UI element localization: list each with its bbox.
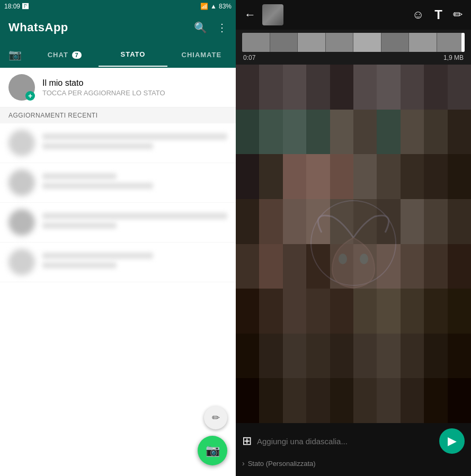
media-preview <box>236 65 471 423</box>
pixel-cell <box>330 334 353 379</box>
pixel-cell <box>283 110 306 155</box>
caption-input[interactable] <box>257 437 434 446</box>
status-bar-right: 📶 ▲ 83% <box>200 3 232 10</box>
search-icon[interactable]: 🔍 <box>194 21 207 34</box>
blurred-info <box>42 173 227 192</box>
draw-icon[interactable]: ✏ <box>453 8 463 22</box>
send-button[interactable]: ▶ <box>439 428 465 454</box>
pixel-cell <box>377 334 400 379</box>
chat-badge: 7 <box>72 51 81 59</box>
pixel-cell <box>236 110 259 155</box>
time: 18:09 <box>4 3 20 10</box>
list-item[interactable] <box>0 243 236 282</box>
carrier-icon: 🅿 <box>22 3 29 10</box>
media-header: ← ☺ T ✏ <box>236 0 471 30</box>
pixel-cell <box>283 334 306 379</box>
pixel-cell <box>236 244 259 289</box>
app-title: WhatsApp <box>8 21 68 34</box>
blurred-name <box>42 173 117 179</box>
pixel-cell <box>236 65 259 110</box>
pixel-cell <box>259 154 282 199</box>
pixel-cell <box>424 244 447 289</box>
pixel-cell <box>401 378 424 423</box>
timeline-segment <box>242 33 270 52</box>
my-avatar-container: + <box>8 74 35 101</box>
status-bar: 18:09 🅿 📶 ▲ 83% <box>0 0 236 13</box>
back-button[interactable]: ← <box>244 8 256 22</box>
section-header: AGGIORNAMENTI RECENTI <box>0 107 236 123</box>
my-status-info: Il mio stato TOCCA PER AGGIORNARE LO STA… <box>42 78 165 97</box>
timeline-segment <box>353 33 381 52</box>
list-item[interactable] <box>0 203 236 243</box>
pixel-cell <box>353 110 377 155</box>
pixel-cell <box>377 110 400 155</box>
status-label: Stato (Personalizzata) <box>248 460 316 468</box>
pixel-cell <box>448 378 471 423</box>
pixel-cell <box>306 65 330 110</box>
timeline-start: 0:07 <box>243 54 255 61</box>
pixel-cell <box>306 378 330 423</box>
pixel-cell <box>424 378 447 423</box>
camera-fab[interactable]: 📷 <box>198 436 227 465</box>
timeline-segment <box>270 33 298 52</box>
pixel-cell <box>236 199 259 244</box>
emoji-icon[interactable]: ☺ <box>412 8 424 22</box>
avatar <box>8 130 35 156</box>
fab-area: ✏ 📷 <box>198 406 227 465</box>
pixel-cell <box>259 289 282 334</box>
blurred-info <box>42 253 227 272</box>
add-media-button[interactable]: ⊞ <box>242 434 252 448</box>
list-item[interactable] <box>0 163 236 203</box>
media-header-left: ← <box>244 4 283 25</box>
timeline-labels: 0:07 1,9 MB <box>242 54 465 61</box>
pixel-cell <box>448 289 471 334</box>
timeline-segments <box>242 33 465 52</box>
text-icon[interactable]: T <box>434 7 442 22</box>
pixel-cell <box>424 110 447 155</box>
send-icon: ▶ <box>448 434 457 448</box>
timeline-segment <box>437 33 465 52</box>
more-icon[interactable]: ⋮ <box>217 21 227 34</box>
pixel-cell <box>401 65 424 110</box>
pixel-cell <box>424 154 447 199</box>
blurred-time <box>42 222 117 229</box>
timeline-bar[interactable] <box>242 33 465 52</box>
pixel-cell <box>330 65 353 110</box>
pixel-cell <box>377 65 400 110</box>
app-header: WhatsApp 🔍 ⋮ <box>0 13 236 42</box>
pixel-cell <box>401 334 424 379</box>
status-row-bottom[interactable]: › Stato (Personalizzata) <box>242 458 465 471</box>
pencil-fab[interactable]: ✏ <box>204 406 227 429</box>
pixel-cell <box>259 65 282 110</box>
tabs: 📷 CHAT 7 STATO CHIAMATE <box>0 42 236 68</box>
pixel-cell <box>330 378 353 423</box>
pixel-cell <box>306 334 330 379</box>
header-icons: 🔍 ⋮ <box>194 21 227 34</box>
timeline-segment <box>326 33 354 52</box>
pixel-cell <box>424 199 447 244</box>
blurred-info <box>42 213 227 232</box>
timeline-handle[interactable] <box>461 33 465 52</box>
pixel-cell <box>236 334 259 379</box>
status-bar-left: 18:09 🅿 <box>4 3 29 10</box>
tab-stato[interactable]: STATO <box>99 43 167 67</box>
avatar <box>8 249 35 275</box>
chevron-right-icon: › <box>242 459 245 468</box>
pixel-cell <box>236 289 259 334</box>
pixel-cell <box>448 244 471 289</box>
pixel-cell <box>236 378 259 423</box>
blurred-time <box>42 143 153 149</box>
tab-chiamate[interactable]: CHIAMATE <box>167 43 236 66</box>
pixel-cell <box>306 110 330 155</box>
watermark <box>300 190 406 298</box>
pixel-cell <box>259 334 282 379</box>
tab-chat[interactable]: CHAT 7 <box>30 43 99 66</box>
pixel-cell <box>236 154 259 199</box>
pixel-cell <box>448 65 471 110</box>
list-item[interactable] <box>0 123 236 163</box>
my-status-row[interactable]: + Il mio stato TOCCA PER AGGIORNARE LO S… <box>0 68 236 107</box>
my-status-sub: TOCCA PER AGGIORNARE LO STATO <box>42 89 165 97</box>
camera-tab-icon[interactable]: 📷 <box>0 42 30 67</box>
pixel-cell <box>353 65 377 110</box>
blurred-name <box>42 213 227 219</box>
